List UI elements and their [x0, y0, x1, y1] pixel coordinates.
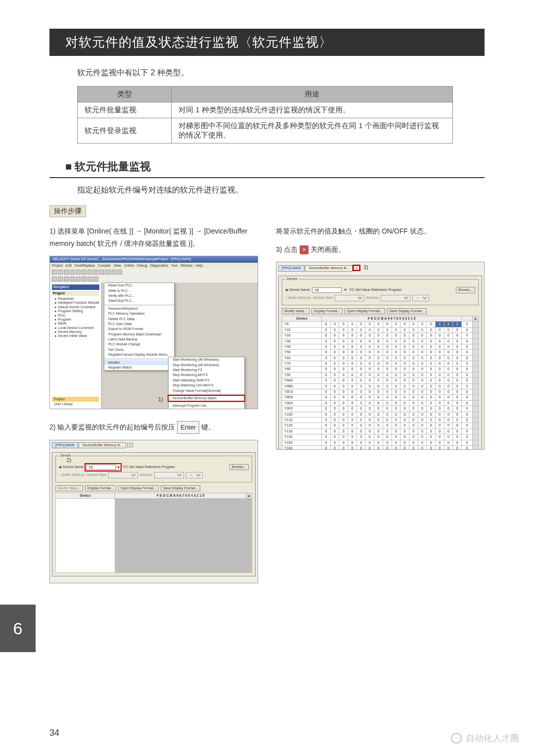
address-label-2: Address [366, 296, 379, 300]
module-start-label-2: Module Start [313, 296, 333, 300]
wechat-icon: ⋯ [451, 733, 462, 744]
th-use: 用途 [172, 87, 453, 102]
step-3: 3) 点击 × 关闭画面。 [276, 243, 485, 256]
modify-value-button: Modify Value... [55, 485, 83, 491]
th-type: 类型 [78, 87, 172, 102]
app-window-title: MELSOFT Series GX Works2 ...\Documents\P… [50, 256, 258, 262]
section-heading: ■ 软元件批量监视 [65, 159, 485, 174]
radio-buffer-2: Buffer Memory [288, 296, 311, 299]
device-name-input[interactable] [86, 465, 116, 470]
toolbar-2 [50, 276, 258, 283]
tab-prg-2: [PRG] MAIN [278, 265, 305, 271]
open-display-format-button[interactable]: Open Display Format... [118, 485, 159, 491]
device-grid-result: Device F E D C B A 9 8 7 6 5 4 3 2 1 0 ▲… [282, 316, 479, 450]
td-type-0: 软元件批量监视 [78, 102, 172, 118]
divider [49, 177, 485, 178]
device-name-input-2[interactable] [312, 287, 342, 293]
radio-device-name-2: Device Name [289, 288, 310, 291]
dec-select: DEC [186, 472, 203, 478]
chapter-tab: 6 [0, 605, 36, 652]
ref-program-label: T/C Set Value Reference Program [123, 465, 175, 469]
address-label: Address [140, 473, 153, 477]
nav-footer-lib: User Library [52, 402, 99, 407]
td-use-0: 对同 1 种类型的连续软元件进行监视的情况下使用。 [172, 102, 453, 118]
type-table: 类型 用途 软元件批量监视 对同 1 种类型的连续软元件进行监视的情况下使用。 … [77, 86, 453, 143]
section-desc: 指定起始软元件编号对连续的软元件进行监视。 [77, 185, 485, 195]
browse-button[interactable]: Browse... [229, 464, 249, 470]
step-1: 1) 选择菜单 [Online( 在线 )] → [Monitor( 监视 )]… [49, 225, 258, 250]
step-2: 2) 输入要监视的软元件的起始编号后按压 Enter 键。 [49, 421, 258, 433]
nav-tree: ▸ Parameter▸ Intelligent Function Module… [52, 297, 99, 338]
td-use-1: 对梯形图中不同位置的软元件及多种类型的软元件在同 1 个画面中同时进行监视的情况… [172, 118, 453, 143]
tab-close: × [127, 443, 133, 447]
address-select [154, 472, 184, 478]
module-start-label: Module Start [87, 473, 106, 477]
device-group-2: Device [285, 277, 299, 281]
tab-device-buffer-2: Device/Buffer Memory B... [305, 265, 353, 271]
screenshot-menu: MELSOFT Series GX Works2 ...\Documents\P… [49, 256, 258, 409]
save-display-format-button-2[interactable]: Save Display Format... [387, 308, 427, 314]
nav-pane: Navigation Project ▸ Parameter▸ Intellig… [50, 283, 102, 409]
device-grid-empty: DeviceF E D C B A 9 8 7 6 5 4 3 2 1 0▲ [55, 493, 252, 573]
op-steps-label: 操作步骤 [49, 205, 86, 217]
modify-value-button-2[interactable]: Modify Value... [282, 308, 310, 314]
enter-key: Enter [177, 421, 199, 433]
menubar: ProjectEditFind/ReplaceCompileViewOnline… [50, 263, 258, 269]
nav-header: Navigation [52, 284, 99, 289]
step-2-post: 键。 [201, 423, 215, 431]
open-display-format-button-2[interactable]: Open Display Format... [345, 308, 385, 314]
tab-prg: [PRG] MAIN [52, 442, 78, 448]
tab-close-highlight: × [354, 266, 359, 270]
ref-program-label-2: T/C Set Value Reference Program [349, 288, 401, 292]
callout-3: 3) [363, 264, 368, 270]
watermark-text: 自动化人才圈 [466, 732, 519, 744]
step-2-pre: 输入要监视的软元件的起始编号后按压 [57, 423, 175, 431]
page-title: 对软元件的值及状态进行监视〈软元件监视〉 [49, 29, 485, 56]
screenshot-result: [PRG] MAIN Device/Buffer Memory B... × 3… [276, 262, 485, 450]
radio-buffer: Buffer Memory [62, 473, 85, 476]
page-number: 34 [49, 728, 59, 738]
tab-device-buffer: Device/Buffer Memory B... [79, 442, 126, 448]
monitor-submenu: Start Monitoring (All Windows)Stop Monit… [168, 357, 245, 409]
step-1-text: 选择菜单 [Online( 在线 )] → [Monitor( 监视 )] → … [49, 227, 247, 247]
display-format-button[interactable]: Display Format... [85, 485, 116, 491]
radio-device-name: Device Name [63, 465, 84, 469]
nav-group: Project [52, 291, 99, 296]
step-3-intro: 将显示软元件的值及触点・线圈的 ON/OFF 状态。 [276, 225, 485, 237]
toolbar [50, 269, 258, 276]
step-3a: 点击 [284, 245, 298, 253]
module-start-select [108, 472, 138, 478]
display-format-button-2[interactable]: Display Format... [312, 308, 343, 314]
callout-1: 1) [158, 396, 163, 403]
intro-text: 软元件监视中有以下 2 种类型。 [77, 68, 485, 78]
save-display-format-button[interactable]: Save Display Format... [161, 485, 201, 491]
online-menu: Read from PLC...Write to PLC...Verify wi… [104, 283, 175, 371]
td-type-1: 软元件登录监视 [78, 118, 172, 143]
screenshot-input: [PRG] MAIN Device/Buffer Memory B... × D… [49, 440, 258, 583]
nav-footer-project: Project [52, 397, 99, 402]
watermark: ⋯ 自动化人才圈 [451, 732, 519, 744]
browse-button-2[interactable]: Browse... [456, 287, 475, 293]
close-icon: × [300, 245, 309, 254]
step-3b: 关闭画面。 [311, 245, 345, 253]
callout-2: 2) [66, 457, 71, 464]
